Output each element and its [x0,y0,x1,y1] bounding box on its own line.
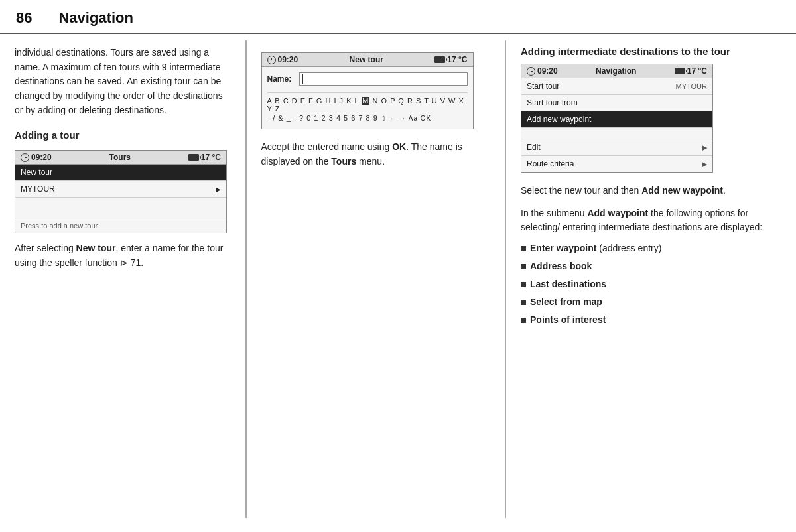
speller-controls: ⇧ ← → Aa OK [381,115,431,122]
nav-item-spacer [521,128,712,139]
nav-temp: 17 °C [675,66,707,76]
list-item-label: Select from map [530,295,602,309]
tours-title: Tours [109,153,131,162]
submenu-bold: Add waypoint [587,208,648,218]
list-item-label: Last destinations [530,277,606,291]
adding-tour-heading: Adding a tour [15,129,231,141]
bullet-icon [521,264,526,269]
after-text: After selecting New tour, enter a name f… [15,241,231,270]
accept-text: Accept the entered name using OK. The na… [261,140,491,168]
newtour-screen-body: Name: A B C D E F G H I J K L M N O P Q … [262,67,473,129]
accept-bold-tours: Tours [331,156,356,166]
clock-icon-mid [267,56,276,64]
tours-item-newtour-label: New tour [21,168,52,177]
nav-item-edit[interactable]: Edit ▶ [521,139,712,156]
tours-footer: Press to add a new tour [15,218,226,233]
battery-icon-mid [434,56,445,63]
speller-highlight: M [362,97,369,105]
list-item-last-destinations: Last destinations [521,277,781,291]
select-text-dot: . [723,185,726,196]
nav-item-route-criteria-right: ▶ [702,160,707,168]
newtour-time: 09:20 [267,55,298,64]
select-bold-add: Add new waypoint [641,185,723,196]
nav-item-start-tour-from-label: Start tour from [527,98,578,107]
clock-icon [21,153,29,162]
nav-item-edit-label: Edit [527,143,541,152]
newtour-temp: 17 °C [434,55,467,64]
tours-screen: 09:20 Tours 17 °C New tour MYTOUR [15,150,227,233]
speller-letters-1: A B C D E F G H I J K L [267,97,362,105]
newtour-screen: 09:20 New tour 17 °C Name: A B C D [261,52,474,129]
nav-item-start-tour-label: Start tour [527,82,559,91]
accept-bold-ok: OK [392,141,406,152]
submenu-text-1: In the submenu [521,208,587,218]
bullet-icon [521,300,526,305]
bullet-icon [521,246,526,251]
speller-row-1: A B C D E F G H I J K L M N O P Q R S T … [267,97,468,113]
list-item-address-book: Address book [521,259,781,273]
nav-item-start-tour-right: MYTOUR [676,82,707,90]
select-text: Select the new tour and then Add new way… [521,184,781,198]
content-area: individual destinations. Tours are saved… [0,34,796,525]
adding-intermediate-heading: Adding intermediate destinations to the … [521,46,781,57]
after-text-1: After selecting [15,243,76,253]
list-item-select-from-map: Select from map [521,295,781,309]
name-input[interactable] [299,72,468,86]
left-column: individual destinations. Tours are saved… [0,34,245,525]
submenu-text: In the submenu Add waypoint the followin… [521,206,781,235]
waypoint-options-list: Enter waypoint (address entry) Address b… [521,241,781,327]
after-bold: New tour [76,243,116,253]
page-title: Navigation [58,9,133,27]
list-item-label: Enter waypoint (address entry) [530,241,661,255]
nav-screen: 09:20 Navigation 17 °C Start tour MYTOUR… [521,64,713,173]
nav-item-start-tour[interactable]: Start tour MYTOUR [521,78,712,95]
list-item-label: Address book [530,259,592,273]
page-header: 86 Navigation [0,0,796,34]
tours-screen-body: New tour MYTOUR ▶ Press to add a new tou… [15,165,226,233]
right-column: Adding intermediate destinations to the … [506,34,796,525]
tours-time: 09:20 [21,153,52,162]
intro-text: individual destinations. Tours are saved… [15,46,231,117]
speller-symbols: - / & _ . ? 0 1 2 3 4 5 6 7 8 9 [267,114,381,122]
nav-screen-body: Start tour MYTOUR Start tour from Add ne… [521,78,712,172]
nav-title: Navigation [596,66,636,76]
speller-row-2: - / & _ . ? 0 1 2 3 4 5 6 7 8 9 ⇧ ← → Aa… [267,114,468,122]
clock-icon-right [527,67,535,76]
battery-icon [188,154,199,161]
bullet-icon [521,282,526,287]
tours-screen-header: 09:20 Tours 17 °C [15,151,226,165]
nav-item-add-waypoint-label: Add new waypoint [527,115,591,124]
tours-temp: 17 °C [188,153,221,162]
page-number: 86 [16,9,32,27]
speller-grid: A B C D E F G H I J K L M N O P Q R S T … [267,92,468,122]
accept-text-1: Accept the entered name using [261,141,393,152]
bullet-icon [521,318,526,323]
list-item-points-of-interest: Points of interest [521,313,781,327]
tours-item-newtour[interactable]: New tour [15,165,226,181]
name-label: Name: [267,74,294,84]
tours-item-mytour-label: MYTOUR [21,184,55,194]
list-item-label: Points of interest [530,313,606,327]
nav-item-route-criteria[interactable]: Route criteria ▶ [521,156,712,172]
nav-item-edit-right: ▶ [702,143,707,152]
accept-text-3: menu. [356,156,385,166]
nav-item-add-waypoint[interactable]: Add new waypoint [521,111,712,128]
nav-time: 09:20 [527,66,558,76]
select-text-1: Select the new tour and then [521,185,641,196]
nav-screen-header: 09:20 Navigation 17 °C [521,64,712,78]
middle-column: 09:20 New tour 17 °C Name: A B C D [247,34,505,525]
newtour-title: New tour [350,55,383,64]
name-row: Name: [267,72,468,86]
newtour-screen-header: 09:20 New tour 17 °C [262,53,473,67]
battery-icon-right [675,68,685,74]
list-item-enter-waypoint: Enter waypoint (address entry) [521,241,781,255]
nav-item-start-tour-from[interactable]: Start tour from [521,95,712,111]
tours-item-mytour-arrow: ▶ [216,186,221,193]
nav-item-route-criteria-label: Route criteria [527,159,574,168]
tours-item-mytour[interactable]: MYTOUR ▶ [15,181,226,198]
